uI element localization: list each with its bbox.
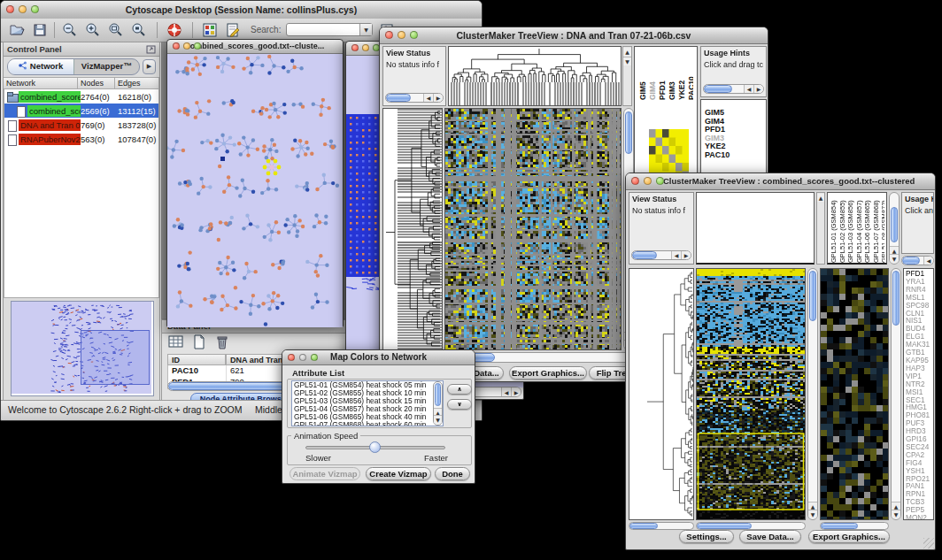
zoom-window-button[interactable] <box>194 42 201 50</box>
scrollbar-thumb[interactable] <box>632 251 657 259</box>
search-input[interactable]: ▼ <box>286 23 373 36</box>
scrollbar-thumb[interactable] <box>821 523 858 529</box>
titlebar[interactable]: Cytoscape Desktop (Session Name: collins… <box>1 1 482 19</box>
network-list-row[interactable]: DNA and Tran 07769(0)183728(0) <box>4 118 158 132</box>
minimize-button[interactable] <box>362 44 369 51</box>
labels-vscrollbar[interactable]: ▲ ▼ <box>889 192 900 265</box>
done-button[interactable]: Done <box>435 467 470 480</box>
column-dendrogram-canvas[interactable] <box>449 47 621 105</box>
settings-button[interactable]: Settings... <box>679 530 734 543</box>
scrollbar-thumb[interactable] <box>625 111 632 154</box>
tab-vizmapper[interactable]: VizMapper™ <box>73 59 140 74</box>
col-edges[interactable]: Edges <box>115 77 159 89</box>
attribute-listbox[interactable]: GPL51-01 (GSM854) heat shock 05 minGPL51… <box>291 380 444 426</box>
zoom-window-button[interactable] <box>410 31 418 39</box>
column-scroll-strip[interactable]: ▲ ▼ <box>622 46 632 106</box>
column-label[interactable]: GPL51-02 (GSM855) <box>838 194 847 263</box>
scroll-up-arrow[interactable]: ▲ <box>623 48 631 56</box>
scroll-right-arrow[interactable]: ▶ <box>511 387 521 396</box>
column-label[interactable]: YKE2 <box>677 49 687 100</box>
scroll-down-arrow[interactable]: ▼ <box>892 510 900 518</box>
column-label[interactable]: GPL51-07 (GSM868) <box>872 194 881 263</box>
zoom-vscrollbar[interactable]: ▲ ▼ <box>891 268 901 520</box>
column-label[interactable]: GIM4 <box>648 49 658 100</box>
new-attribute-icon[interactable] <box>190 334 208 350</box>
move-down-button[interactable]: ∨ <box>447 399 472 410</box>
row-dendrogram-canvas[interactable] <box>629 269 693 519</box>
scroll-down-arrow[interactable]: ▼ <box>890 254 899 263</box>
zoom-selected-icon[interactable] <box>130 21 148 39</box>
minimize-button[interactable] <box>644 177 652 185</box>
usage-hscrollbar[interactable]: ◀▶ <box>703 84 764 94</box>
column-scroll-strip[interactable]: ▲ <box>816 192 825 265</box>
network-list-row[interactable]: combined_sco2569(6)13112(15) <box>4 104 158 118</box>
column-label[interactable]: GIM5 <box>638 49 648 100</box>
minimize-button[interactable] <box>299 354 306 361</box>
col-network[interactable]: Network <box>4 77 78 89</box>
close-button[interactable] <box>351 44 359 51</box>
col-id[interactable]: ID <box>167 354 226 365</box>
attribute-item[interactable]: GPL51-07 (GSM868) heat shock 60 min <box>292 421 443 426</box>
heatmap-canvas[interactable] <box>697 269 805 519</box>
view-status-hscrollbar[interactable]: ◀▶ <box>631 250 691 260</box>
resize-grip[interactable] <box>923 538 934 548</box>
scrollbar-thumb[interactable] <box>629 523 658 529</box>
zoom-window-button[interactable] <box>311 354 318 361</box>
zoom-window-button[interactable] <box>31 5 39 13</box>
zoom-fit-icon[interactable] <box>107 21 125 39</box>
more-tabs-arrow[interactable]: ▶ <box>143 59 156 74</box>
titlebar[interactable]: combined_scores_good.txt--cluste... <box>167 40 343 54</box>
tab-network[interactable]: Network <box>8 59 73 74</box>
close-button[interactable] <box>288 354 295 361</box>
create-vizmap-button[interactable]: Create Vizmap <box>366 467 431 480</box>
zoom-window-button[interactable] <box>656 177 664 185</box>
network-list-row[interactable]: RNAPuberNov2+563(0)107847(0) <box>4 132 158 146</box>
minimize-button[interactable] <box>398 31 405 39</box>
close-button[interactable] <box>631 177 639 185</box>
animate-vizmap-button[interactable]: Animate Vizmap <box>290 467 360 480</box>
dendrogram-hscrollbar[interactable] <box>629 522 694 530</box>
scrollbar-thumb[interactable] <box>704 85 732 93</box>
column-label[interactable]: GPL51-06 (GSM865) <box>863 194 872 263</box>
titlebar[interactable]: ClusterMaker TreeView : combined_scores_… <box>626 173 935 190</box>
heatmap-hscrollbar[interactable] <box>696 522 806 530</box>
close-button[interactable] <box>385 31 393 39</box>
titlebar[interactable]: ClusterMaker TreeView : DNA and Tran 07-… <box>380 27 768 44</box>
heatmap-vscrollbar[interactable]: ▲ ▼ <box>807 268 818 520</box>
heatmap-canvas[interactable] <box>445 109 621 349</box>
scrollbar-thumb[interactable] <box>902 257 920 265</box>
column-dendrogram-panel[interactable] <box>696 192 815 265</box>
row-dendrogram-canvas[interactable] <box>383 109 442 349</box>
annotation-icon[interactable] <box>224 21 242 39</box>
scroll-down-arrow[interactable]: ▼ <box>623 57 631 65</box>
scrollbar-thumb[interactable] <box>386 94 411 102</box>
scrollbar-thumb[interactable] <box>435 383 441 406</box>
titlebar[interactable]: Map Colors to Network <box>282 350 475 365</box>
zoom-out-icon[interactable] <box>61 21 79 39</box>
overview-canvas[interactable] <box>12 302 151 394</box>
export-graphics-button[interactable]: Export Graphics... <box>509 366 587 380</box>
close-button[interactable] <box>173 42 180 50</box>
save-icon[interactable] <box>31 21 49 39</box>
export-graphics-button[interactable]: Export Graphics... <box>808 530 890 543</box>
scroll-left-arrow[interactable]: ◀ <box>501 387 511 396</box>
float-panel-icon[interactable] <box>146 45 156 54</box>
attribute-list-vscrollbar[interactable]: ▲ ▼ <box>433 381 443 426</box>
gene-label[interactable]: PAC10 <box>705 151 763 160</box>
zoom-in-icon[interactable] <box>84 21 102 39</box>
scrollbar-thumb[interactable] <box>809 271 816 321</box>
slider-thumb[interactable] <box>369 441 381 453</box>
delete-attribute-icon[interactable] <box>213 334 231 350</box>
close-button[interactable] <box>6 5 14 13</box>
column-label[interactable]: GPL51-08 (GSM872) <box>880 194 884 263</box>
search-dropdown-arrow[interactable]: ▼ <box>359 24 372 35</box>
scroll-down-arrow[interactable]: ▼ <box>434 415 442 424</box>
scroll-up-arrow[interactable]: ▲ <box>817 194 824 202</box>
column-label[interactable]: PAC10 <box>687 49 693 100</box>
network-list-row[interactable]: combined_scores_2764(0)16218(0) <box>4 89 158 104</box>
open-file-icon[interactable] <box>8 21 26 39</box>
network-canvas[interactable] <box>167 54 343 327</box>
column-label[interactable]: GPL51-03 (GSM856) <box>846 194 855 263</box>
minimize-button[interactable] <box>183 42 190 50</box>
select-attributes-icon[interactable] <box>167 334 185 350</box>
